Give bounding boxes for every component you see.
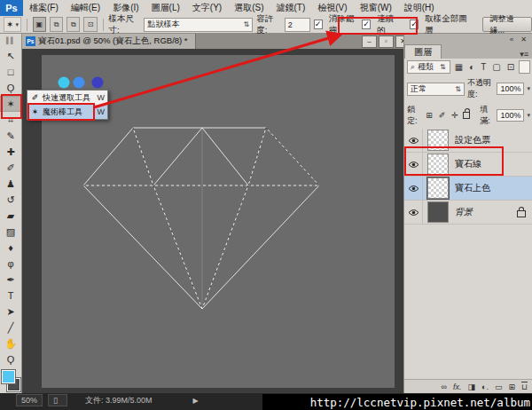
layer-mask-icon[interactable]: ◨	[467, 382, 475, 391]
eye-icon	[408, 185, 419, 193]
tool-preset-picker[interactable]: ✶ ▾	[4, 17, 21, 32]
layer-thumbnail[interactable]	[427, 177, 449, 199]
anti-alias-checkbox[interactable]: ✓	[314, 20, 323, 29]
layer-style-icon[interactable]: fx.	[453, 382, 462, 391]
zoom-level-field[interactable]: 50%	[16, 394, 43, 406]
flyout-item-label: 魔術棒工具	[43, 106, 82, 118]
minimize-button[interactable]: –	[362, 35, 377, 48]
layer-name: 設定色票	[455, 134, 490, 146]
gradient-tool[interactable]: ▨	[0, 224, 21, 240]
refine-edge-button[interactable]: 調整邊緣...	[482, 17, 532, 32]
filter-type-icon[interactable]: T	[481, 62, 486, 72]
layer-thumbnail[interactable]	[427, 154, 449, 175]
crop-tool[interactable]: ⌗	[0, 112, 21, 128]
move-tool[interactable]: ↖	[0, 48, 21, 64]
filter-adjustment-icon[interactable]: ◐	[469, 62, 474, 72]
rectangular-marquee-tool[interactable]: □	[0, 64, 21, 80]
spinner-icon: ⇅	[440, 63, 446, 71]
chevron-down-icon[interactable]: ▾	[527, 85, 530, 92]
subtract-selection-mode-button[interactable]: ⧉	[66, 17, 80, 32]
document-tab[interactable]: Ps 寶石01.psd @ 50% (寶石上色, RGB/8) *	[22, 34, 196, 49]
intersect-selection-mode-button[interactable]: ⊡	[83, 17, 97, 32]
stamp-tool-icon: ♟	[6, 178, 15, 190]
document-tab-strip: Ps 寶石01.psd @ 50% (寶石上色, RGB/8) * – ▫ ✕	[22, 34, 403, 49]
menu-file[interactable]: 檔案(F)	[23, 2, 65, 14]
panel-menu-icon[interactable]: ▾≡	[520, 50, 532, 59]
sample-size-dropdown[interactable]: 點狀樣本 ⇅	[144, 18, 253, 32]
fill-value[interactable]: 100%	[497, 109, 524, 122]
filter-kind-dropdown[interactable]: ⌕ 種類 ⇅	[407, 60, 450, 74]
flyout-item-quick-selection[interactable]: ✐ 快速選取工具 W	[27, 91, 107, 105]
filter-toggle-button[interactable]	[519, 60, 530, 74]
close-panel-icon[interactable]: ✕	[520, 35, 527, 43]
visibility-toggle[interactable]	[404, 201, 423, 224]
zoom-tool[interactable]: Ϙ	[0, 351, 21, 367]
line-tool[interactable]: ╱	[0, 319, 21, 335]
spot-healing-brush-tool[interactable]: ✚	[0, 144, 21, 160]
blur-tool[interactable]: ♦	[0, 240, 21, 256]
type-tool[interactable]: T	[0, 288, 21, 304]
lock-pixels-icon[interactable]: ✐	[439, 111, 446, 120]
lock-row: 鎖定: ⊞ ✐ ✛ 填滿: 100% ▾	[404, 102, 532, 129]
blend-mode-dropdown[interactable]: 正常 ⇅	[407, 83, 465, 96]
tolerance-input[interactable]: 2	[285, 18, 310, 32]
chevron-down-icon[interactable]: ▾	[527, 112, 530, 119]
maximize-button[interactable]: ▫	[379, 35, 394, 48]
layer-row-gem-lines[interactable]: 寶石線	[404, 153, 532, 177]
options-bar: ✶ ▾ ▣ ⧉ ⧉ ⊡ 樣本尺寸: 點狀樣本 ⇅ 容許度: 2 ✓ 消除鋸齒 ✓…	[0, 16, 532, 34]
eyedropper-tool[interactable]: ✎	[0, 128, 21, 144]
flyout-item-magic-wand[interactable]: ✶ 魔術棒工具 W	[27, 105, 107, 119]
sample-size-label: 樣本尺寸:	[109, 13, 141, 36]
path-selection-tool[interactable]: ➤	[0, 304, 21, 319]
lock-all-icon[interactable]	[463, 112, 470, 119]
visibility-toggle[interactable]	[404, 177, 423, 200]
history-brush-tool[interactable]: ↺	[0, 192, 21, 208]
magic-wand-tool-icon: ✶	[30, 107, 40, 116]
move-tool-icon: ↖	[6, 51, 14, 62]
layer-thumbnail[interactable]	[427, 201, 449, 223]
status-expand-arrow[interactable]: ▶	[193, 397, 199, 405]
add-selection-mode-button[interactable]: ⧉	[50, 17, 63, 32]
tab-layers[interactable]: 圖層	[404, 44, 442, 59]
clone-stamp-tool[interactable]: ♟	[0, 176, 21, 192]
quick-selection-tool-icon: ✐	[30, 93, 40, 102]
layer-row-background[interactable]: 背景	[404, 201, 532, 225]
layer-thumbnail[interactable]	[427, 130, 449, 151]
visibility-toggle[interactable]	[404, 153, 423, 176]
link-layers-icon[interactable]: ∞	[442, 382, 447, 391]
visibility-toggle[interactable]	[404, 129, 423, 152]
layer-group-icon[interactable]: ▭	[495, 382, 503, 391]
brush-tool[interactable]: ✐	[0, 160, 21, 176]
delete-layer-icon[interactable]: ⊔	[521, 382, 528, 391]
filter-shape-icon[interactable]: ▢	[492, 62, 500, 72]
layer-row-gem-coloring[interactable]: 寶石上色	[404, 177, 532, 201]
menu-type[interactable]: 文字(Y)	[186, 2, 228, 14]
blend-mode-value: 正常	[411, 83, 426, 95]
lasso-tool[interactable]: Ǫ	[0, 80, 21, 96]
document-title: 寶石01.psd @ 50% (寶石上色, RGB/8) *	[38, 35, 188, 47]
dodge-tool[interactable]: φ	[0, 256, 21, 272]
sample-all-layers-checkbox[interactable]: ✓	[410, 20, 419, 29]
lock-transparency-icon[interactable]: ⊞	[426, 111, 433, 120]
opacity-label: 不透明度:	[467, 77, 494, 100]
contiguous-checkbox[interactable]: ✓	[362, 20, 371, 29]
opacity-value[interactable]: 100%	[497, 83, 524, 95]
filter-pixel-icon[interactable]: ▦	[455, 62, 463, 72]
menu-layer[interactable]: 圖層(L)	[145, 2, 186, 14]
filter-smart-object-icon[interactable]: ⊡	[507, 62, 514, 72]
foreground-color-swatch[interactable]	[2, 370, 15, 383]
eraser-tool[interactable]: ▰	[0, 208, 21, 224]
collapse-panels-icon[interactable]: «	[510, 35, 513, 43]
new-selection-mode-button[interactable]: ▣	[33, 17, 46, 32]
layer-row-swatch-setup[interactable]: 設定色票	[404, 129, 532, 153]
path-selection-tool-icon: ➤	[6, 306, 14, 318]
menu-edit[interactable]: 編輯(E)	[65, 2, 106, 14]
magic-wand-tool[interactable]: ✶	[0, 96, 21, 112]
hand-tool[interactable]: ✋	[0, 335, 21, 351]
new-layer-icon[interactable]: ⊞	[508, 382, 515, 391]
pen-tool[interactable]: ✒	[0, 272, 21, 288]
layers-panel-body: ⌕ 種類 ⇅ ▦ ◐ T ▢ ⊡ 正常 ⇅ 不透明度: 100% ▾	[404, 59, 532, 393]
adjustment-layer-icon[interactable]: ◐.	[481, 382, 489, 391]
panel-grip[interactable]: ▌▌	[0, 34, 21, 48]
lock-position-icon[interactable]: ✛	[451, 111, 458, 120]
